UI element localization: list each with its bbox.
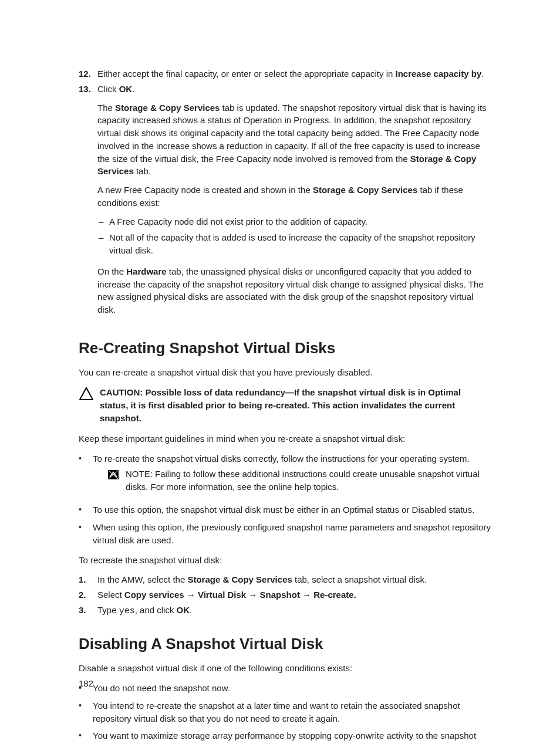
list-item: Not all of the capacity that is added is… xyxy=(97,231,491,257)
section-intro: Disable a snapshot virtual disk if one o… xyxy=(79,662,491,675)
guidelines-intro: Keep these important guidelines in mind … xyxy=(79,432,491,445)
step-1: 1. In the AMW, select the Storage & Copy… xyxy=(79,573,491,586)
list-item: You intend to re-create the snapshot at … xyxy=(79,699,491,725)
list-item: To use this option, the snapshot virtual… xyxy=(79,503,491,516)
note-text: NOTE: Failing to follow these additional… xyxy=(126,468,491,493)
top-step-list: 12. Either accept the final capacity, or… xyxy=(79,67,491,322)
step-13: 13. Click OK. The Storage & Copy Service… xyxy=(79,83,491,322)
page-number: 182 xyxy=(79,677,93,690)
list-item: You do not need the snapshot now. xyxy=(79,682,491,695)
note-icon xyxy=(107,468,120,493)
caution-text: CAUTION: Possible loss of data redundanc… xyxy=(100,386,491,424)
condition-list: A Free Capacity node did not exist prior… xyxy=(97,215,491,257)
step-body: Either accept the final capacity, or ent… xyxy=(97,67,491,80)
list-item: To re-create the snapshot virtual disks … xyxy=(79,452,491,499)
list-item: A Free Capacity node did not exist prior… xyxy=(97,215,491,228)
list-item: You want to maximize storage array perfo… xyxy=(79,729,491,744)
step-text: Click OK. xyxy=(97,83,491,96)
step-number: 13. xyxy=(79,83,97,322)
section-intro: You can re-create a snapshot virtual dis… xyxy=(79,366,491,379)
list-item: When using this option, the previously c… xyxy=(79,521,491,547)
step-para: The Storage & Copy Services tab is updat… xyxy=(97,102,491,178)
bullet-text: To re-create the snapshot virtual disks … xyxy=(93,454,470,464)
recreate-intro: To recreate the snapshot virtual disk: xyxy=(79,554,491,567)
section-heading: Re-Creating Snapshot Virtual Disks xyxy=(79,337,491,360)
note-box: NOTE: Failing to follow these additional… xyxy=(107,468,491,493)
step-number: 12. xyxy=(79,67,97,80)
step-body: Click OK. The Storage & Copy Services ta… xyxy=(97,83,491,322)
section-heading: Disabling A Snapshot Virtual Disk xyxy=(79,633,491,655)
caution-box: CAUTION: Possible loss of data redundanc… xyxy=(79,386,491,424)
step-para: A new Free Capacity node is created and … xyxy=(97,184,491,209)
recreate-steps: 1. In the AMW, select the Storage & Copy… xyxy=(79,573,491,617)
caution-icon xyxy=(79,386,94,424)
step-2: 2. Select Copy services → Virtual Disk →… xyxy=(79,589,491,601)
step-12: 12. Either accept the final capacity, or… xyxy=(79,67,491,80)
step-3: 3. Type yes, and click OK. xyxy=(79,604,491,618)
step-para: On the Hardware tab, the unassigned phys… xyxy=(97,265,491,316)
document-page: 12. Either accept the final capacity, or… xyxy=(0,0,560,744)
guidelines-list: To re-create the snapshot virtual disks … xyxy=(79,452,491,547)
disable-conditions: You do not need the snapshot now. You in… xyxy=(79,682,491,744)
